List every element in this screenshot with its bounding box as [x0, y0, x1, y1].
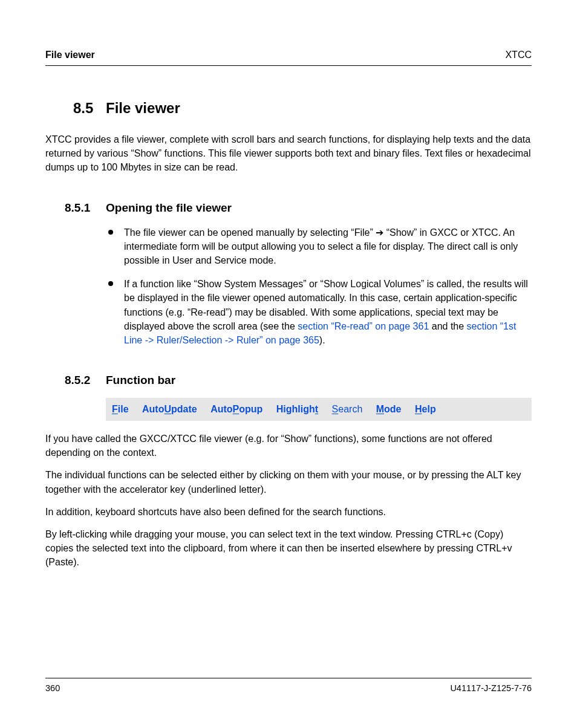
arrow-icon: ➔	[376, 227, 383, 238]
menu-autoupdate[interactable]: AutoUpdate	[142, 404, 197, 414]
subsection-number-2: 8.5.2	[45, 374, 106, 387]
body-paragraph: In addition, keyboard shortcuts have als…	[45, 505, 532, 519]
section-title: File viewer	[106, 100, 180, 117]
bullet-text: and the	[429, 321, 466, 331]
subsection-title-2: Function bar	[106, 374, 175, 387]
bullet-text: The file viewer can be opened manually b…	[124, 227, 376, 238]
page-number: 360	[45, 683, 60, 693]
header-right: XTCC	[505, 50, 532, 60]
subsection-heading-2: 8.5.2 Function bar	[45, 374, 532, 387]
page-footer: 360 U41117-J-Z125-7-76	[45, 678, 532, 693]
section-heading: 8.5 File viewer	[45, 100, 532, 117]
menu-help[interactable]: Help	[415, 404, 436, 414]
menu-autopopup[interactable]: AutoPopup	[210, 404, 262, 414]
subsection-number-1: 8.5.1	[45, 201, 106, 215]
subsection-heading-1: 8.5.1 Opening the file viewer	[45, 201, 532, 215]
running-header: File viewer XTCC	[45, 50, 532, 66]
subsection-title-1: Opening the file viewer	[106, 201, 232, 215]
cross-reference-link[interactable]: section “Re-read” on page 361	[298, 321, 429, 331]
body-paragraph: The individual functions can be selected…	[45, 468, 532, 496]
menu-mode[interactable]: Mode	[376, 404, 402, 414]
header-left: File viewer	[45, 50, 95, 60]
body-paragraph: By left-clicking while dragging your mou…	[45, 527, 532, 570]
bullet-list: The file viewer can be opened manually b…	[106, 226, 532, 348]
section-number: 8.5	[45, 100, 106, 117]
menu-highlight[interactable]: Highlight	[276, 404, 318, 414]
body-paragraph: If you have called the GXCC/XTCC file vi…	[45, 432, 532, 460]
menu-search[interactable]: Search	[332, 404, 363, 414]
intro-paragraph: XTCC provides a file viewer, complete wi…	[45, 132, 532, 175]
content-area: 8.5 File viewer XTCC provides a file vie…	[45, 66, 532, 570]
document-id: U41117-J-Z125-7-76	[450, 683, 532, 693]
menu-file[interactable]: File	[112, 404, 129, 414]
document-page: File viewer XTCC 8.5 File viewer XTCC pr…	[0, 0, 577, 728]
bullet-text: ).	[319, 335, 325, 345]
list-item: If a function like “Show System Messages…	[106, 277, 532, 347]
function-bar: File AutoUpdate AutoPopup Highlight Sear…	[106, 398, 532, 421]
list-item: The file viewer can be opened manually b…	[106, 226, 532, 268]
